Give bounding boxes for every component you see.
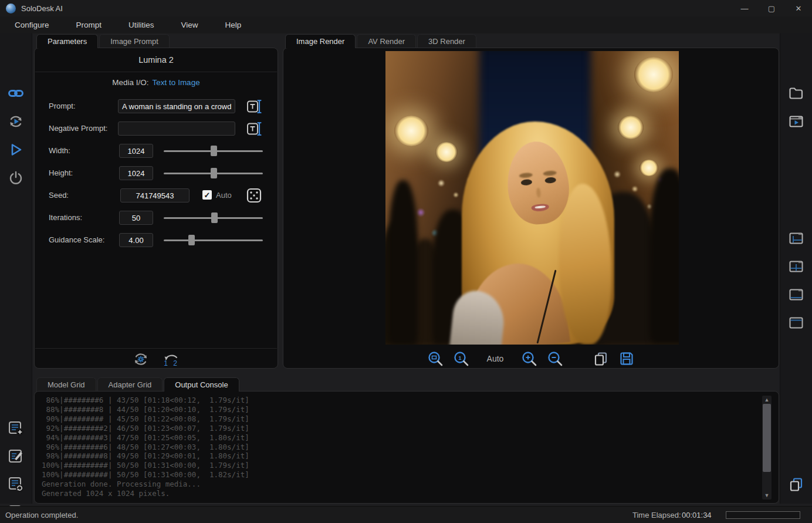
- minimize-button[interactable]: —: [731, 0, 758, 16]
- seed-row: Seed: 741749543 ✓ Auto: [35, 188, 278, 203]
- copy-image-icon[interactable]: [592, 350, 610, 367]
- seed-auto-checkbox[interactable]: ✓: [202, 190, 212, 200]
- power-icon[interactable]: [7, 169, 25, 187]
- sync-run-icon[interactable]: [7, 113, 25, 130]
- negative-prompt-row: Negative Prompt:: [35, 122, 278, 136]
- console-scrollbar[interactable]: ▲ ▼: [762, 396, 772, 500]
- dice-icon[interactable]: [246, 187, 262, 204]
- prompt-row: Prompt: A woman is standing on a crowd: [35, 99, 278, 113]
- scroll-up-icon[interactable]: ▲: [762, 396, 772, 404]
- crowd-silhouette: [388, 180, 418, 345]
- width-label: Width:: [49, 146, 70, 155]
- menu-bar: ConfigurePromptUtilitiesViewHelp: [0, 16, 812, 33]
- parameters-footer: 1 2: [35, 350, 278, 369]
- scroll-down-icon[interactable]: ▼: [762, 491, 772, 500]
- negative-prompt-label: Negative Prompt:: [49, 124, 107, 133]
- tab-adapter-grid[interactable]: Adapter Grid: [97, 377, 163, 392]
- layout-bottom-icon[interactable]: [787, 286, 805, 303]
- guidance-input[interactable]: 4.00: [119, 233, 153, 247]
- link-icon[interactable]: [7, 85, 25, 102]
- folder-icon[interactable]: [787, 85, 805, 102]
- run-icon[interactable]: [7, 141, 25, 158]
- seed-label: Seed:: [49, 191, 69, 200]
- output-console-panel: 86%|########6 | 43/50 [01:18<00:12, 1.79…: [34, 391, 779, 504]
- time-elapsed-value: 00:01:34: [682, 511, 712, 519]
- layout-full-icon[interactable]: [787, 314, 805, 332]
- zoom-fit-icon[interactable]: [427, 350, 444, 367]
- guidance-slider[interactable]: [164, 233, 263, 247]
- iterations-input[interactable]: 50: [119, 211, 153, 225]
- bottom-tab-bar: Model GridAdapter GridOutput Console: [36, 377, 241, 392]
- seed-input[interactable]: 741749543: [120, 188, 190, 203]
- iterations-slider[interactable]: [164, 211, 263, 225]
- tab-parameters[interactable]: Parameters: [36, 34, 98, 48]
- note-add-icon[interactable]: [7, 420, 25, 437]
- duplicate-icon[interactable]: [787, 475, 805, 493]
- tab-av-render[interactable]: AV Render: [357, 34, 416, 48]
- crowd-silhouette: [649, 168, 679, 345]
- menu-prompt[interactable]: Prompt: [76, 21, 102, 29]
- tab-3d-render[interactable]: 3D Render: [417, 34, 476, 48]
- height-slider[interactable]: [164, 166, 263, 180]
- image-render-panel: 1 Auto: [283, 48, 779, 369]
- scrollbar-thumb[interactable]: [763, 404, 771, 472]
- viewer-auto-label[interactable]: Auto: [487, 354, 504, 363]
- status-progress-bar: [726, 511, 800, 519]
- street-lamp-icon: [435, 142, 458, 162]
- width-input[interactable]: 1024: [119, 144, 153, 158]
- render-tab-bar: Image RenderAV Render3D Render: [285, 33, 478, 48]
- tab-image-prompt[interactable]: Image Prompt: [99, 34, 170, 48]
- menu-help[interactable]: Help: [225, 21, 242, 29]
- layout-left-icon[interactable]: [787, 230, 805, 247]
- zoom-in-icon[interactable]: [520, 350, 538, 367]
- layout-columns-icon[interactable]: [787, 258, 805, 275]
- street-lamp-icon: [640, 160, 658, 176]
- status-bar: Operation completed. Time Elapsed: 00:01…: [0, 506, 812, 523]
- menu-view[interactable]: View: [181, 21, 198, 29]
- iterations-label: Iterations:: [49, 213, 82, 222]
- media-player-icon[interactable]: [787, 113, 805, 130]
- note-refresh-icon[interactable]: [7, 475, 25, 493]
- woman-subject: [462, 122, 614, 345]
- time-elapsed-label: Time Elapsed:: [632, 511, 681, 519]
- generated-image[interactable]: [385, 51, 679, 345]
- close-button[interactable]: ✕: [785, 0, 812, 16]
- media-io-label: Media I/O:: [112, 78, 148, 87]
- iterations-row: Iterations: 50: [35, 211, 278, 225]
- prompt-input[interactable]: A woman is standing on a crowd: [118, 99, 235, 113]
- zoom-actual-icon[interactable]: 1: [452, 350, 470, 367]
- left-tab-bar: ParametersImage Prompt: [36, 33, 171, 48]
- maximize-button[interactable]: ▢: [758, 0, 785, 16]
- window-title: SoloDesk AI: [21, 4, 63, 13]
- zoom-out-icon[interactable]: [546, 350, 564, 367]
- menu-utilities[interactable]: Utilities: [128, 21, 154, 29]
- undo-history-numbers: 1 2: [163, 359, 180, 367]
- right-dock: [780, 33, 812, 504]
- media-io-link[interactable]: Text to Image: [153, 78, 200, 87]
- svg-text:1: 1: [458, 355, 462, 361]
- note-edit-icon[interactable]: [7, 447, 25, 465]
- width-slider[interactable]: [164, 144, 263, 158]
- prompt-text-edit-button[interactable]: [246, 98, 262, 114]
- tab-output-console[interactable]: Output Console: [164, 377, 239, 392]
- guidance-label: Guidance Scale:: [49, 235, 104, 244]
- street-lamp-icon: [618, 116, 644, 139]
- divider: [35, 72, 277, 72]
- tab-model-grid[interactable]: Model Grid: [36, 377, 96, 392]
- seed-auto-label: Auto: [216, 191, 232, 200]
- prompt-label: Prompt:: [49, 102, 76, 110]
- negative-prompt-text-edit-button[interactable]: [246, 120, 262, 137]
- negative-prompt-input[interactable]: [118, 122, 235, 136]
- save-image-icon[interactable]: [618, 350, 635, 367]
- media-io-row: Media I/O:Text to Image: [35, 78, 278, 87]
- height-input[interactable]: 1024: [119, 166, 153, 180]
- parameters-panel: Lumina 2 Media I/O:Text to Image Prompt:…: [34, 48, 278, 369]
- viewer-toolbar: 1 Auto: [283, 349, 779, 369]
- menu-configure[interactable]: Configure: [15, 21, 49, 29]
- undo-history-icon[interactable]: 1 2: [163, 352, 180, 367]
- width-row: Width: 1024: [35, 144, 278, 158]
- regenerate-settings-icon[interactable]: [132, 350, 150, 368]
- height-row: Height: 1024: [35, 166, 278, 180]
- console-text: 86%|########6 | 43/50 [01:18<00:12, 1.79…: [42, 396, 249, 498]
- tab-image-render[interactable]: Image Render: [285, 34, 356, 48]
